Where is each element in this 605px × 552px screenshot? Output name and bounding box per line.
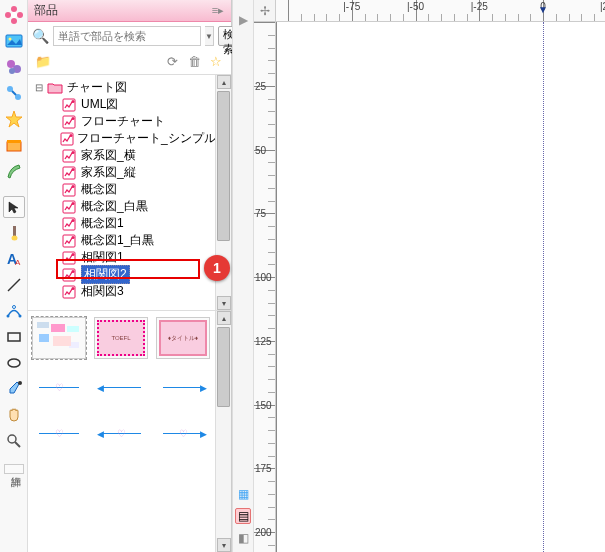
svg-point-50 bbox=[72, 287, 75, 290]
pen-tool-icon[interactable] bbox=[3, 160, 25, 182]
image-tool-icon[interactable] bbox=[3, 30, 25, 52]
preview-thumb-2[interactable]: TOEFL bbox=[94, 317, 148, 359]
chart-doc-icon bbox=[60, 200, 78, 214]
svg-line-18 bbox=[8, 279, 20, 291]
svg-rect-22 bbox=[8, 333, 20, 341]
shapes-tool-icon[interactable] bbox=[3, 56, 25, 78]
chart-doc-icon bbox=[60, 183, 78, 197]
preview-thumb-1[interactable] bbox=[32, 317, 86, 359]
divider-column: ▶ ▦ ▤ ◧ bbox=[232, 0, 254, 552]
hruler-label: |25 bbox=[600, 1, 605, 12]
bezier-tool-icon[interactable] bbox=[3, 300, 25, 322]
tree-item[interactable]: フローチャート bbox=[30, 113, 213, 130]
search-row: 🔍 ▼ 検索 bbox=[28, 22, 231, 50]
preview-scroll-down-icon[interactable]: ▾ bbox=[217, 538, 231, 552]
canvas[interactable]: ▼ bbox=[276, 22, 605, 552]
paint-tool-icon[interactable] bbox=[3, 222, 25, 244]
svg-point-15 bbox=[11, 236, 17, 241]
vertical-ruler[interactable]: 255075100125150175200 bbox=[254, 22, 276, 552]
canvas-area: ✢ |-75|-50|-250|25 255075100125150175200… bbox=[254, 0, 605, 552]
preview-scroll-up-icon[interactable]: ▴ bbox=[217, 311, 231, 325]
view-mode-icon-2[interactable]: ▤ bbox=[235, 508, 251, 524]
flower-icon[interactable] bbox=[3, 4, 25, 26]
collapse-icon[interactable]: ⊟ bbox=[32, 82, 46, 93]
svg-point-42 bbox=[72, 219, 75, 222]
search-input[interactable] bbox=[53, 26, 201, 46]
svg-point-36 bbox=[72, 168, 75, 171]
horizontal-ruler[interactable]: |-75|-50|-250|25 bbox=[276, 0, 605, 22]
refresh-icon[interactable]: ⟳ bbox=[163, 52, 181, 70]
new-folder-icon[interactable]: 📁 bbox=[34, 52, 52, 70]
parts-panel: 部品 ≡▸ 🔍 ▼ 検索 📁 ⟳ 🗑 ☆ ⊟ チャート図 UM bbox=[28, 0, 232, 552]
tree-item[interactable]: 概念図_白黒 bbox=[30, 198, 213, 215]
vruler-label: 175 bbox=[255, 463, 272, 474]
chart-doc-icon bbox=[60, 149, 78, 163]
vertical-guide[interactable] bbox=[543, 22, 544, 552]
search-dropdown-icon[interactable]: ▼ bbox=[205, 26, 214, 46]
zoom-tool-icon[interactable] bbox=[3, 430, 25, 452]
tree-item[interactable]: フローチャート_シンプル bbox=[30, 130, 213, 147]
preview-connector-6[interactable]: ♡▶ bbox=[156, 423, 210, 443]
tree-item[interactable]: 相関図3 bbox=[30, 283, 213, 300]
tree[interactable]: ⊟ チャート図 UML図フローチャートフローチャート_シンプル家系図_横家系図_… bbox=[28, 75, 215, 310]
favorite-icon[interactable]: ☆ bbox=[207, 52, 225, 70]
ellipse-tool-icon[interactable] bbox=[3, 352, 25, 374]
svg-point-2 bbox=[5, 12, 11, 18]
star-tool-icon[interactable] bbox=[3, 108, 25, 130]
tree-item[interactable]: UML図 bbox=[30, 96, 213, 113]
preview-connector-4[interactable]: ♡ bbox=[32, 423, 86, 443]
preview-connector-3[interactable]: ▶ bbox=[156, 377, 210, 397]
line-tool-icon[interactable] bbox=[3, 274, 25, 296]
panel-title: 部品 bbox=[34, 2, 58, 19]
tree-item[interactable]: 相関図2 bbox=[30, 266, 213, 283]
text-tool-icon[interactable]: AA bbox=[3, 248, 25, 270]
tree-item[interactable]: 家系図_縦 bbox=[30, 164, 213, 181]
preview-scroll-thumb[interactable] bbox=[217, 327, 230, 407]
connector-tool-icon[interactable] bbox=[3, 82, 25, 104]
select-tool-icon[interactable] bbox=[3, 196, 25, 218]
tree-item[interactable]: 概念図1_白黒 bbox=[30, 232, 213, 249]
svg-point-40 bbox=[72, 202, 75, 205]
tree-item-label: 概念図1_白黒 bbox=[81, 232, 154, 249]
svg-text:A: A bbox=[15, 258, 21, 267]
scroll-thumb[interactable] bbox=[217, 91, 230, 241]
folder-icon bbox=[46, 81, 64, 95]
preview-area: TOEFL ♦タイトル♦ ♡ ◀ ▶ ♡ ♡◀ ♡▶ bbox=[28, 311, 215, 552]
left-toolbar: AA 詳細 bbox=[0, 0, 28, 552]
search-icon: 🔍 bbox=[32, 28, 49, 44]
ruler-origin-icon[interactable]: ✢ bbox=[254, 0, 276, 22]
tree-item[interactable]: 家系図_横 bbox=[30, 147, 213, 164]
svg-point-44 bbox=[72, 236, 75, 239]
tree-item[interactable]: 概念図 bbox=[30, 181, 213, 198]
hand-tool-icon[interactable] bbox=[3, 404, 25, 426]
expand-panel-icon[interactable]: ▶ bbox=[235, 12, 251, 28]
svg-point-20 bbox=[18, 315, 21, 318]
preview-connector-5[interactable]: ♡◀ bbox=[94, 423, 148, 443]
scroll-track[interactable] bbox=[216, 89, 231, 296]
scroll-up-icon[interactable]: ▴ bbox=[217, 75, 231, 89]
delete-icon[interactable]: 🗑 bbox=[185, 52, 203, 70]
vruler-label: 100 bbox=[255, 272, 272, 283]
tree-item-label: フローチャート bbox=[81, 113, 165, 130]
preview-scrollbar[interactable]: ▴ ▾ bbox=[215, 311, 231, 552]
view-mode-icon-1[interactable]: ▦ bbox=[235, 486, 251, 502]
preview-connector-1[interactable]: ♡ bbox=[32, 377, 86, 397]
tree-item[interactable]: 相関図1 bbox=[30, 249, 213, 266]
preview-connector-2[interactable]: ◀ bbox=[94, 377, 148, 397]
vruler-label: 150 bbox=[255, 399, 272, 410]
panel-menu-icon[interactable]: ≡▸ bbox=[211, 4, 225, 18]
tree-root[interactable]: ⊟ チャート図 bbox=[30, 79, 213, 96]
scroll-down-icon[interactable]: ▾ bbox=[217, 296, 231, 310]
chart-doc-icon bbox=[60, 166, 78, 180]
details-button[interactable]: 詳細 bbox=[4, 464, 24, 474]
tree-item[interactable]: 概念図1 bbox=[30, 215, 213, 232]
eyedropper-tool-icon[interactable] bbox=[3, 378, 25, 400]
vruler-label: 50 bbox=[255, 144, 266, 155]
svg-point-24 bbox=[18, 381, 22, 385]
tree-scrollbar[interactable]: ▴ ▾ bbox=[215, 75, 231, 310]
rect-tool-icon[interactable] bbox=[3, 326, 25, 348]
view-mode-icon-3[interactable]: ◧ bbox=[235, 530, 251, 546]
preview-thumb-3[interactable]: ♦タイトル♦ bbox=[156, 317, 210, 359]
preview-scroll-track[interactable] bbox=[216, 325, 231, 538]
box-tool-icon[interactable] bbox=[3, 134, 25, 156]
